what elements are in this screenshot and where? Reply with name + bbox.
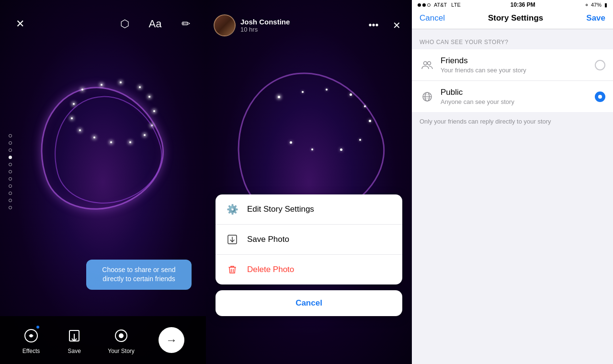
- public-option-content: Public Anyone can see your story: [441, 88, 595, 105]
- signal-dot-3: [427, 3, 431, 7]
- save-label: Save: [68, 348, 80, 354]
- friends-radio[interactable]: [595, 60, 605, 70]
- story-background: ✕ ⬡ Aa ✏ Choose to share or send directl…: [0, 0, 206, 364]
- location-icon: ⌖: [585, 2, 588, 8]
- dot-2: [9, 141, 12, 145]
- friends-subtitle: Your friends can see your story: [441, 67, 595, 74]
- story-viewer-panel: Josh Constine 10 hrs ••• ✕ ⚙️ Edit Story…: [206, 0, 412, 364]
- visibility-options-list: Friends Your friends can see your story …: [412, 49, 613, 112]
- globe-icon: [420, 89, 435, 104]
- dot-3: [9, 148, 12, 152]
- story-progress-dots: [9, 134, 12, 209]
- edit-settings-label: Edit Story Settings: [247, 205, 314, 214]
- signal-dot-1: [418, 3, 421, 7]
- delete-photo-label: Delete Photo: [247, 265, 294, 274]
- save-icon: [65, 326, 84, 345]
- edit-settings-menu-item[interactable]: ⚙️ Edit Story Settings: [216, 194, 402, 225]
- effects-notification-dot: [36, 325, 40, 329]
- your-story-button[interactable]: Your Story: [108, 326, 135, 354]
- user-time: 10 hrs: [240, 26, 290, 33]
- close-button[interactable]: ✕: [10, 13, 31, 34]
- text-tool-button[interactable]: Aa: [145, 13, 166, 34]
- story-settings-panel: AT&T LTE 10:36 PM ⌖ 47% ▮ Cancel Story S…: [412, 0, 613, 364]
- viewer-toolbar-actions: ••• ✕: [366, 18, 404, 33]
- story-toolbar: ✕ ⬡ Aa ✏: [0, 0, 206, 38]
- battery-level: 47%: [591, 2, 602, 8]
- save-photo-label: Save Photo: [247, 235, 289, 244]
- public-title: Public: [441, 88, 595, 97]
- nav-bar: Cancel Story Settings Save: [412, 10, 613, 29]
- save-photo-menu-item[interactable]: Save Photo: [216, 225, 402, 255]
- status-bar: AT&T LTE 10:36 PM ⌖ 47% ▮: [412, 0, 613, 10]
- svg-point-8: [424, 61, 427, 65]
- dot-7: [9, 177, 12, 181]
- delete-photo-menu-item[interactable]: Delete Photo: [216, 255, 402, 284]
- effects-button[interactable]: Effects: [22, 326, 41, 354]
- section-header: WHO CAN SEE YOUR STORY?: [412, 29, 613, 49]
- save-button[interactable]: Save: [65, 326, 84, 354]
- story-menu-overlay: ⚙️ Edit Story Settings Save Photo: [216, 194, 402, 316]
- your-story-icon: [112, 326, 131, 345]
- download-icon: [225, 232, 239, 247]
- battery-icon: ▮: [604, 2, 607, 8]
- svg-point-1: [30, 334, 33, 337]
- viewer-toolbar: Josh Constine 10 hrs ••• ✕: [206, 0, 412, 43]
- status-indicators: ⌖ 47% ▮: [585, 2, 607, 8]
- friends-option[interactable]: Friends Your friends can see your story: [412, 49, 613, 81]
- carrier-name: AT&T: [434, 2, 447, 8]
- friends-title: Friends: [441, 56, 595, 66]
- people-icon: [420, 57, 435, 73]
- story-actions-menu: ⚙️ Edit Story Settings Save Photo: [216, 194, 402, 284]
- user-info: Josh Constine 10 hrs: [214, 14, 290, 36]
- cancel-nav-button[interactable]: Cancel: [420, 13, 445, 23]
- cancel-button[interactable]: Cancel: [216, 290, 402, 316]
- story-viewer-background: Josh Constine 10 hrs ••• ✕ ⚙️ Edit Story…: [206, 0, 412, 364]
- public-subtitle: Anyone can see your story: [441, 98, 595, 105]
- nav-title: Story Settings: [488, 13, 543, 23]
- lights-decoration: [0, 0, 206, 364]
- dot-11: [9, 206, 12, 209]
- public-radio[interactable]: [595, 91, 605, 102]
- effects-icon: [22, 326, 41, 345]
- signal-dot-2: [422, 3, 426, 7]
- trash-icon: [225, 262, 239, 277]
- svg-point-5: [119, 333, 124, 338]
- face-filter-button[interactable]: ⬡: [114, 13, 135, 34]
- dot-10: [9, 199, 12, 202]
- send-button[interactable]: →: [159, 327, 184, 353]
- avatar: [214, 14, 236, 36]
- dot-8: [9, 184, 12, 188]
- gear-icon: ⚙️: [225, 202, 239, 216]
- svg-point-9: [428, 61, 431, 65]
- dot-6: [9, 170, 12, 173]
- user-details: Josh Constine 10 hrs: [240, 18, 290, 33]
- carrier-info: AT&T LTE: [418, 2, 461, 8]
- more-options-button[interactable]: •••: [366, 18, 381, 33]
- dot-4: [9, 156, 12, 159]
- story-bottom-bar: Effects Save: [0, 316, 206, 364]
- dot-5: [9, 163, 12, 166]
- effects-label: Effects: [23, 348, 40, 354]
- your-story-label: Your Story: [108, 348, 135, 354]
- network-type: LTE: [451, 2, 460, 8]
- dot-1: [9, 134, 12, 137]
- draw-tool-button[interactable]: ✏: [175, 13, 196, 34]
- status-time: 10:36 PM: [511, 1, 535, 8]
- send-icon: →: [166, 333, 177, 347]
- menu-cancel-sheet: Cancel: [216, 290, 402, 316]
- settings-footnote: Only your friends can reply directly to …: [412, 112, 613, 131]
- close-viewer-button[interactable]: ✕: [389, 18, 404, 33]
- dot-9: [9, 192, 12, 195]
- save-nav-button[interactable]: Save: [586, 13, 605, 23]
- user-name: Josh Constine: [240, 18, 290, 26]
- public-option[interactable]: Public Anyone can see your story: [412, 81, 613, 112]
- share-tooltip: Choose to share or send directly to cert…: [86, 260, 192, 290]
- story-editor-panel: ✕ ⬡ Aa ✏ Choose to share or send directl…: [0, 0, 206, 364]
- friends-option-content: Friends Your friends can see your story: [441, 56, 595, 74]
